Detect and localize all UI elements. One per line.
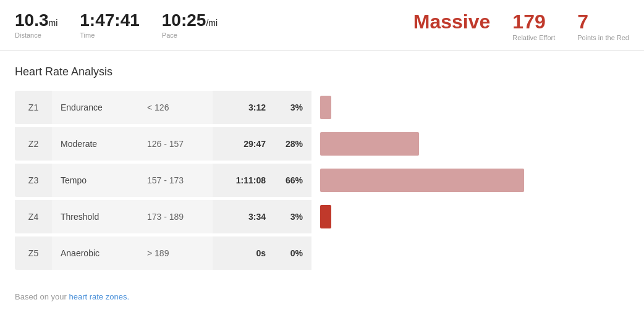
zone-time: 3:34: [213, 197, 274, 233]
stat-value: 10.3mi: [15, 11, 57, 30]
stat-label: Time: [80, 31, 140, 39]
zone-pct: 3%: [274, 91, 311, 124]
zone-time: 0s: [213, 233, 274, 270]
zone-time: 3:12: [213, 91, 274, 124]
zone-range: 173 - 189: [138, 197, 213, 233]
stat-block: 10:25/mi Pace: [162, 11, 218, 39]
table-row: Z1 Endurance < 126 3:12 3%: [15, 91, 629, 124]
massive-block: Massive: [413, 11, 491, 33]
bar-container: [320, 127, 621, 161]
bar-container: [320, 236, 621, 270]
header-stats: 10.3mi Distance 1:47:41 Time 10:25/mi Pa…: [15, 11, 413, 39]
zone-id: Z5: [15, 233, 52, 270]
zone-name: Endurance: [52, 91, 138, 124]
footer: Based on your heart rate zones.: [0, 282, 644, 309]
zone-name: Moderate: [52, 124, 138, 161]
stat-label: Pace: [162, 31, 218, 39]
zone-bar-cell: [311, 233, 629, 270]
stat-value: 10:25/mi: [162, 11, 218, 30]
zone-pct: 3%: [274, 197, 311, 233]
table-row: Z4 Threshold 173 - 189 3:34 3%: [15, 197, 629, 233]
zone-bar-cell: [311, 91, 629, 124]
zone-pct: 66%: [274, 161, 311, 197]
footer-prefix: Based on your: [15, 292, 69, 301]
zone-id: Z1: [15, 91, 52, 124]
relative-effort-value: 179: [512, 11, 555, 33]
bar-container: [320, 164, 621, 197]
section-title: Heart Rate Analysis: [15, 65, 629, 78]
zone-id: Z4: [15, 197, 52, 233]
zone-range: > 189: [138, 233, 213, 270]
zone-name: Threshold: [52, 197, 138, 233]
zone-range: < 126: [138, 91, 213, 124]
zone-id: Z2: [15, 124, 52, 161]
hr-table: Z1 Endurance < 126 3:12 3% Z2 Moderate 1…: [15, 91, 629, 270]
main-content: Heart Rate Analysis Z1 Endurance < 126 3…: [0, 51, 644, 282]
zone-id: Z3: [15, 161, 52, 197]
zone-range: 157 - 173: [138, 161, 213, 197]
stat-unit: mi: [49, 18, 58, 28]
zone-bar-cell: [311, 197, 629, 233]
zone-bar-cell: [311, 161, 629, 197]
header-right: Massive 179 Relative Effort 7 Points in …: [413, 11, 629, 41]
stat-label: Distance: [15, 31, 57, 39]
bar-container: [320, 200, 621, 233]
points-red-value: 7: [577, 11, 629, 33]
bar-pink: [320, 132, 419, 156]
massive-label: Massive: [413, 11, 491, 33]
header: 10.3mi Distance 1:47:41 Time 10:25/mi Pa…: [0, 0, 644, 51]
heart-rate-zones-link[interactable]: heart rate zones.: [69, 292, 129, 301]
bar-red: [320, 205, 331, 228]
table-row: Z3 Tempo 157 - 173 1:11:08 66%: [15, 161, 629, 197]
bar-container: [320, 91, 621, 124]
zone-time: 29:47: [213, 124, 274, 161]
stat-value: 1:47:41: [80, 11, 140, 30]
bar-pink: [320, 169, 524, 192]
stat-unit: /mi: [206, 18, 218, 28]
zone-pct: 28%: [274, 124, 311, 161]
table-row: Z2 Moderate 126 - 157 29:47 28%: [15, 124, 629, 161]
zone-time: 1:11:08: [213, 161, 274, 197]
relative-effort-label: Relative Effort: [512, 34, 555, 41]
stat-block: 1:47:41 Time: [80, 11, 140, 39]
table-row: Z5 Anaerobic > 189 0s 0%: [15, 233, 629, 270]
relative-effort-block: 179 Relative Effort: [512, 11, 555, 41]
zone-pct: 0%: [274, 233, 311, 270]
zone-name: Anaerobic: [52, 233, 138, 270]
zone-name: Tempo: [52, 161, 138, 197]
points-red-label: Points in the Red: [577, 34, 629, 41]
bar-pink: [320, 96, 331, 119]
stat-block: 10.3mi Distance: [15, 11, 57, 39]
points-red-block: 7 Points in the Red: [577, 11, 629, 41]
zone-range: 126 - 157: [138, 124, 213, 161]
zone-bar-cell: [311, 124, 629, 161]
